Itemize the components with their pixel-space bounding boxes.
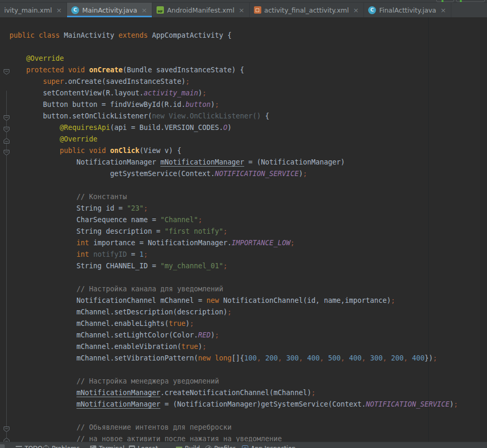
code-line: // Обьявление интентов для переброски	[9, 422, 458, 433]
tab-label: MainActivity.java	[82, 6, 137, 14]
tool-window-stub-icon[interactable]	[0, 444, 5, 448]
toolwindow-button-label: TODO	[25, 445, 42, 448]
toolwindow-button-label: Terminal	[99, 445, 125, 448]
code-line: // Настройка менеджера уведомлений	[9, 376, 458, 387]
toolwindow-button-label: Build	[185, 445, 200, 448]
code-line: super.onCreate(savedInstanceState);	[9, 76, 458, 88]
close-icon[interactable]: ×	[239, 7, 245, 14]
code-line: @RequiresApi(api = Build.VERSION_CODES.O…	[9, 122, 458, 134]
toolwindow-button-label: Problems	[52, 445, 80, 448]
manifest-file-icon: MF	[157, 6, 164, 14]
run-button-sliver[interactable]	[436, 0, 454, 2]
tab-ivity-main-xml[interactable]: ivity_main.xml×	[0, 3, 67, 17]
code-line: setContentView(R.layout.activity_main);	[9, 88, 458, 99]
close-icon[interactable]: ×	[353, 7, 359, 14]
code-line: // Константы	[9, 191, 458, 203]
toolwindow-button-profiler[interactable]: Profiler	[205, 442, 236, 448]
code-line: mChannel.setVibrationPattern(new long[]{…	[9, 353, 458, 364]
code-line: protected void onCreate(Bundle savedInst…	[9, 64, 458, 76]
class-file-icon: C	[368, 6, 376, 14]
code-line	[9, 272, 458, 283]
code-line: String id = "23";	[9, 203, 458, 214]
code-line: NotificationManager mNotificationManager…	[9, 157, 458, 168]
logcat-icon	[129, 445, 135, 448]
code-line: mChannel.setDescription(description);	[9, 307, 458, 318]
toolwindow-button-app-inspection[interactable]: App Inspection	[242, 442, 296, 448]
terminal-icon	[90, 445, 96, 448]
toolwindow-button-label: Logcat	[138, 445, 158, 448]
toolwindow-button-label: Profiler	[214, 445, 236, 448]
class-file-icon: C	[71, 6, 79, 14]
code-line: mNotificationManager = (NotificationMana…	[9, 399, 458, 410]
build-icon	[176, 445, 182, 448]
code-line: CharSequence name = "Channel";	[9, 214, 458, 226]
tab-activity-final-acttivity-xml[interactable]: activity_final_acttivity.xml×	[250, 3, 364, 17]
code-line: mChannel.enableVibration(true);	[9, 341, 458, 353]
tab-label: activity_final_acttivity.xml	[264, 6, 349, 14]
code-line: @Override	[9, 134, 458, 145]
code-line: // на новое активити после нажатия на ув…	[9, 433, 458, 442]
tab-label: ivity_main.xml	[4, 6, 52, 14]
code-line: Button button = findViewById(R.id.button…	[9, 99, 458, 111]
toolwindow-button-build[interactable]: Build	[176, 442, 200, 448]
toolwindow-button-logcat[interactable]: Logcat	[129, 442, 158, 448]
close-icon[interactable]: ×	[56, 7, 62, 14]
toolwindow-button-todo[interactable]: TODO	[16, 442, 42, 448]
profiler-icon	[205, 445, 212, 448]
todo-icon	[16, 446, 22, 448]
toolwindow-button-label: App Inspection	[251, 445, 296, 448]
code-line: public void onClick(View v) {	[9, 145, 458, 157]
tab-label: AndroidManifest.xml	[167, 6, 235, 14]
code-line: int notifyID = 1;	[9, 249, 458, 260]
code-line: String description = "first notify";	[9, 226, 458, 237]
code-area[interactable]: public class MainActivity extends AppCom…	[0, 30, 458, 442]
code-line	[9, 364, 458, 376]
close-icon[interactable]: ×	[141, 7, 147, 14]
tab-mainactivity-java[interactable]: CMainActivity.java×	[67, 3, 152, 17]
code-line: public class MainActivity extends AppCom…	[9, 30, 458, 41]
problems-icon	[43, 445, 49, 448]
ide-window: ivity_main.xml×CMainActivity.java×MFAndr…	[0, 0, 487, 448]
code-line	[9, 41, 458, 53]
code-line: button.setOnClickListener(new View.OnCli…	[9, 111, 458, 122]
code-line: String CHANNEL_ID = "my_channel_01";	[9, 260, 458, 272]
code-line: @Override	[9, 53, 458, 64]
toolwindow-button-terminal[interactable]: Terminal	[90, 442, 125, 448]
debug-status-dot	[460, 0, 462, 2]
toolwindow-button-problems[interactable]: Problems	[43, 442, 80, 448]
tab-androidmanifest-xml[interactable]: MFAndroidManifest.xml×	[152, 3, 250, 17]
code-line: mChannel.enableLights(true);	[9, 318, 458, 330]
code-line: mChannel.setLightColor(Color.RED);	[9, 330, 458, 341]
code-line	[9, 410, 458, 422]
tab-finalacttivity-java[interactable]: CFinalActtivity.java×	[364, 3, 451, 17]
code-line: mNotificationManager.createNotificationC…	[9, 387, 458, 399]
code-line: NotificationChannel mChannel = new Notif…	[9, 295, 458, 307]
editor-tab-bar: ivity_main.xml×CMainActivity.java×MFAndr…	[0, 3, 487, 17]
layout-file-icon	[254, 6, 261, 14]
app-inspection-icon	[242, 445, 248, 448]
close-icon[interactable]: ×	[440, 7, 446, 14]
code-line	[9, 180, 458, 191]
tool-window-bar: TODOProblemsTerminalLogcatBuildProfilerA…	[0, 442, 487, 448]
code-line: getSystemService(Context.NOTIFICATION_SE…	[9, 168, 458, 180]
tab-label: FinalActtivity.java	[379, 6, 436, 14]
code-editor[interactable]: public class MainActivity extends AppCom…	[0, 17, 487, 442]
code-line: // Настройка канала для уведомлений	[9, 283, 458, 295]
code-line: int importance = NotificationManager.IMP…	[9, 237, 458, 249]
run-status-dot	[441, 0, 444, 2]
